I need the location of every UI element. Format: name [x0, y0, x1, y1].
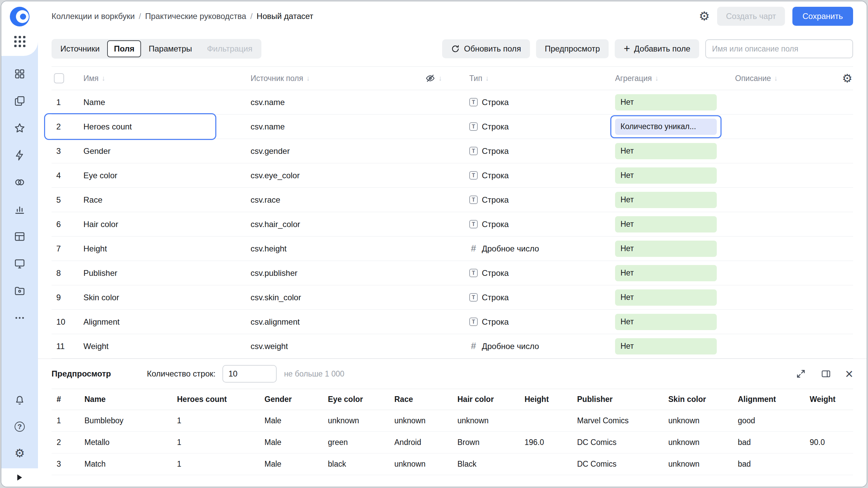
field-source[interactable]: csv.publisher	[243, 268, 418, 278]
plus-icon: +	[624, 44, 630, 53]
field-source[interactable]: csv.height	[243, 244, 418, 253]
close-preview-icon[interactable]: ×	[845, 367, 853, 381]
field-aggregation-cell: Нет	[608, 192, 730, 208]
field-type[interactable]: #Дробное число	[462, 341, 608, 351]
add-field-button[interactable]: + Добавить поле	[615, 39, 699, 58]
more-icon[interactable]	[14, 312, 25, 324]
breadcrumb-collections[interactable]: Коллекции и воркбуки	[52, 12, 135, 21]
field-name[interactable]: Publisher	[76, 268, 243, 278]
collections-icon[interactable]	[14, 68, 25, 80]
fields-table-header: Имя ↓ Источник поля ↓ ↓ Тип ↓	[52, 66, 853, 90]
workbooks-icon[interactable]	[14, 95, 25, 107]
tab-sources[interactable]: Источники	[53, 40, 107, 57]
number-type-icon: #	[469, 341, 478, 351]
field-type[interactable]: TСтрока	[462, 98, 608, 107]
settings-icon[interactable]: ⚙	[14, 447, 25, 459]
field-type[interactable]: TСтрока	[462, 220, 608, 229]
field-type[interactable]: TСтрока	[462, 122, 608, 131]
field-name[interactable]: Name	[76, 98, 243, 107]
field-source[interactable]: csv.gender	[243, 146, 418, 156]
preview-col-header: Height	[519, 389, 572, 410]
refresh-fields-button[interactable]: Обновить поля	[442, 39, 530, 58]
aggregation-select[interactable]: Нет	[615, 338, 717, 354]
table-widget-icon[interactable]	[14, 231, 25, 242]
field-aggregation-cell: Нет	[608, 265, 730, 281]
string-type-icon: T	[469, 293, 478, 302]
field-search-input[interactable]	[705, 39, 853, 58]
col-header-hidden[interactable]: ↓	[418, 73, 462, 83]
tab-parameters[interactable]: Параметры	[141, 40, 199, 57]
aggregation-select[interactable]: Нет	[615, 241, 717, 257]
refresh-fields-label: Обновить поля	[464, 44, 521, 54]
apps-grid-icon[interactable]	[14, 36, 25, 47]
preview-cell: unknown	[389, 453, 452, 475]
col-header-aggregation[interactable]: Агрегация ↓	[608, 74, 730, 83]
connections-icon[interactable]	[14, 149, 25, 161]
datalens-logo[interactable]	[10, 7, 29, 26]
field-type[interactable]: #Дробное число	[462, 243, 608, 254]
datasets-icon[interactable]	[14, 177, 25, 188]
field-source[interactable]: csv.name	[243, 122, 418, 131]
aggregation-select[interactable]: Нет	[615, 314, 717, 330]
help-icon[interactable]: ?	[14, 421, 25, 432]
field-name[interactable]: Hair color	[76, 220, 243, 229]
field-type[interactable]: TСтрока	[462, 195, 608, 205]
field-source[interactable]: csv.race	[243, 195, 418, 205]
aggregation-select[interactable]: Количество уникал...	[615, 119, 717, 135]
field-type[interactable]: TСтрока	[462, 146, 608, 156]
field-name[interactable]: Gender	[76, 146, 243, 156]
notifications-bell-icon[interactable]	[14, 394, 25, 406]
field-row-number: 3	[52, 146, 76, 156]
dataset-settings-gear-icon[interactable]: ⚙	[699, 10, 710, 22]
col-header-type[interactable]: Тип ↓	[462, 74, 608, 83]
save-button[interactable]: Сохранить	[792, 7, 853, 26]
preview-cell: Match	[79, 453, 172, 475]
table-settings-gear-icon[interactable]: ⚙	[842, 73, 853, 84]
field-name[interactable]: Heroes count	[76, 122, 243, 131]
field-source[interactable]: csv.alignment	[243, 317, 418, 327]
aggregation-select[interactable]: Нет	[615, 289, 717, 306]
select-all-checkbox[interactable]	[54, 73, 64, 83]
field-name[interactable]: Alignment	[76, 317, 243, 327]
create-chart-button[interactable]: Создать чарт	[717, 7, 785, 26]
aggregation-select[interactable]: Нет	[615, 94, 717, 110]
string-type-icon: T	[469, 98, 478, 106]
field-type[interactable]: TСтрока	[462, 171, 608, 180]
breadcrumb-guides[interactable]: Практические руководства	[145, 12, 246, 21]
col-header-description[interactable]: Описание ↓	[730, 74, 831, 83]
aggregation-select[interactable]: Нет	[615, 216, 717, 232]
field-name[interactable]: Weight	[76, 342, 243, 351]
preview-cell: black	[323, 453, 389, 475]
field-name[interactable]: Eye color	[76, 171, 243, 180]
dashboards-icon[interactable]	[14, 258, 25, 269]
charts-icon[interactable]	[14, 204, 25, 215]
aggregation-select[interactable]: Нет	[615, 167, 717, 184]
field-name[interactable]: Height	[76, 244, 243, 253]
storage-icon[interactable]	[14, 285, 25, 297]
row-count-input[interactable]	[222, 365, 277, 383]
field-type[interactable]: TСтрока	[462, 317, 608, 327]
aggregation-select[interactable]: Нет	[615, 265, 717, 281]
field-type[interactable]: TСтрока	[462, 268, 608, 278]
preview-button[interactable]: Предпросмотр	[536, 39, 609, 58]
field-source[interactable]: csv.hair_color	[243, 220, 418, 229]
col-header-source[interactable]: Источник поля ↓	[243, 74, 418, 83]
field-name[interactable]: Skin color	[76, 293, 243, 302]
aggregation-select[interactable]: Нет	[615, 192, 717, 208]
split-view-icon[interactable]	[820, 368, 832, 380]
aggregation-select[interactable]: Нет	[615, 143, 717, 159]
col-header-name[interactable]: Имя ↓	[76, 74, 243, 83]
field-source[interactable]: csv.skin_color	[243, 293, 418, 302]
field-source[interactable]: csv.weight	[243, 342, 418, 351]
field-source[interactable]: csv.name	[243, 98, 418, 107]
preview-row: 1Bumbleboy1MaleunknownunknownunknownMarv…	[52, 410, 853, 432]
expand-preview-icon[interactable]	[795, 368, 807, 380]
favorites-icon[interactable]	[14, 122, 25, 134]
tab-fields[interactable]: Поля	[107, 40, 141, 57]
field-source[interactable]: csv.eye_color	[243, 171, 418, 180]
expand-sidebar-icon[interactable]	[1, 468, 38, 487]
field-name[interactable]: Race	[76, 195, 243, 205]
preview-panel: Предпросмотр Количество строк: не больше…	[38, 359, 867, 487]
preview-cell: Metallo	[79, 432, 172, 453]
field-type[interactable]: TСтрока	[462, 293, 608, 302]
